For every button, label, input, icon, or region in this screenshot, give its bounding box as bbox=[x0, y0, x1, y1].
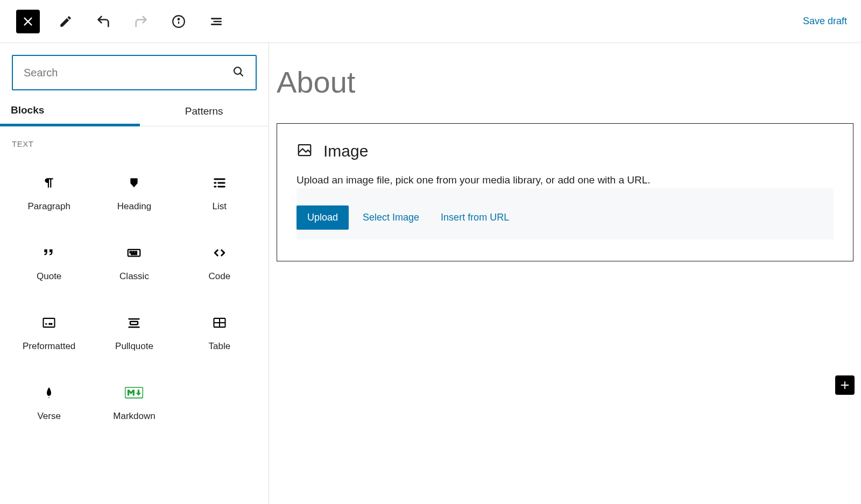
search-input[interactable] bbox=[24, 67, 232, 79]
block-pullquote[interactable]: Pullquote bbox=[93, 299, 175, 367]
inserter-tabs: Blocks Patterns bbox=[0, 97, 269, 126]
block-label: Paragraph bbox=[27, 201, 70, 212]
block-label: Table bbox=[209, 341, 231, 352]
svg-rect-21 bbox=[44, 318, 55, 327]
quote-icon bbox=[42, 244, 56, 261]
info-button[interactable] bbox=[167, 10, 190, 33]
block-quote[interactable]: Quote bbox=[8, 229, 90, 297]
block-paragraph[interactable]: Paragraph bbox=[8, 159, 90, 227]
block-heading[interactable]: Heading bbox=[93, 159, 175, 227]
svg-rect-18 bbox=[133, 252, 135, 253]
block-list[interactable]: List bbox=[178, 159, 261, 227]
block-classic[interactable]: Classic bbox=[93, 229, 175, 297]
block-label: Preformatted bbox=[23, 341, 75, 352]
code-icon bbox=[211, 244, 228, 261]
heading-icon bbox=[128, 174, 140, 191]
save-draft-button[interactable]: Save draft bbox=[801, 11, 849, 31]
svg-rect-26 bbox=[130, 322, 138, 325]
search-container bbox=[0, 43, 269, 97]
undo-button[interactable] bbox=[91, 10, 115, 33]
svg-rect-17 bbox=[130, 252, 132, 253]
svg-rect-20 bbox=[131, 253, 137, 254]
image-placeholder-block[interactable]: Image Upload an image file, pick one fro… bbox=[277, 123, 853, 261]
block-inserter-sidebar: Blocks Patterns TEXT Paragraph Heading bbox=[0, 43, 269, 504]
placeholder-title: Image bbox=[323, 142, 368, 160]
markdown-icon bbox=[125, 384, 143, 401]
main-layout: Blocks Patterns TEXT Paragraph Heading bbox=[0, 43, 861, 504]
tab-patterns[interactable]: Patterns bbox=[140, 97, 269, 126]
block-label: Pullquote bbox=[115, 341, 153, 352]
search-icon bbox=[232, 65, 245, 80]
block-label: Heading bbox=[117, 201, 151, 212]
insert-from-url-button[interactable]: Insert from URL bbox=[433, 205, 517, 230]
preformatted-icon bbox=[41, 314, 57, 331]
placeholder-description: Upload an image file, pick one from your… bbox=[297, 174, 834, 188]
redo-icon bbox=[133, 14, 149, 29]
placeholder-body: Upload an image file, pick one from your… bbox=[297, 174, 834, 239]
table-icon bbox=[212, 314, 227, 331]
block-label: Quote bbox=[37, 271, 61, 282]
select-image-button[interactable]: Select Image bbox=[355, 205, 427, 230]
block-markdown[interactable]: Markdown bbox=[93, 369, 175, 437]
block-label: Classic bbox=[119, 271, 149, 282]
svg-point-4 bbox=[178, 18, 180, 20]
redo-button[interactable] bbox=[129, 10, 153, 33]
block-label: Verse bbox=[37, 411, 60, 422]
edit-button[interactable] bbox=[54, 10, 77, 33]
editor-canvas[interactable]: About Image Upload an image file, pick o… bbox=[269, 43, 861, 504]
top-toolbar: Save draft bbox=[0, 0, 861, 43]
outline-icon bbox=[209, 15, 223, 29]
placeholder-header: Image bbox=[297, 142, 834, 160]
outline-button[interactable] bbox=[204, 10, 228, 33]
plus-icon bbox=[839, 379, 851, 391]
placeholder-actions: Upload Select Image Insert from URL bbox=[297, 190, 834, 230]
close-icon bbox=[22, 16, 34, 27]
section-text-heading: TEXT bbox=[0, 126, 269, 154]
svg-point-23 bbox=[49, 323, 50, 324]
list-icon bbox=[212, 174, 227, 191]
block-verse[interactable]: Verse bbox=[8, 369, 90, 437]
svg-rect-19 bbox=[136, 252, 137, 253]
upload-button[interactable]: Upload bbox=[297, 205, 349, 230]
paragraph-icon bbox=[42, 174, 56, 191]
classic-icon bbox=[126, 244, 142, 261]
verse-icon bbox=[43, 384, 55, 401]
undo-icon bbox=[96, 14, 111, 29]
search-box[interactable] bbox=[12, 55, 257, 90]
pencil-icon bbox=[59, 15, 73, 29]
pullquote-icon bbox=[126, 314, 142, 331]
svg-point-24 bbox=[51, 323, 52, 324]
add-block-button[interactable] bbox=[835, 375, 855, 395]
block-table[interactable]: Table bbox=[178, 299, 261, 367]
block-preformatted[interactable]: Preformatted bbox=[8, 299, 90, 367]
block-code[interactable]: Code bbox=[178, 229, 261, 297]
toolbar-left bbox=[16, 10, 228, 33]
block-label: List bbox=[213, 201, 227, 212]
close-inserter-button[interactable] bbox=[16, 10, 40, 33]
image-icon bbox=[297, 142, 313, 160]
svg-line-9 bbox=[240, 73, 243, 76]
info-icon bbox=[172, 15, 186, 29]
page-title[interactable]: About bbox=[277, 65, 853, 100]
block-label: Markdown bbox=[113, 411, 155, 422]
blocks-grid: Paragraph Heading List Quote bbox=[0, 154, 269, 442]
tab-blocks[interactable]: Blocks bbox=[0, 97, 140, 126]
block-label: Code bbox=[209, 271, 231, 282]
